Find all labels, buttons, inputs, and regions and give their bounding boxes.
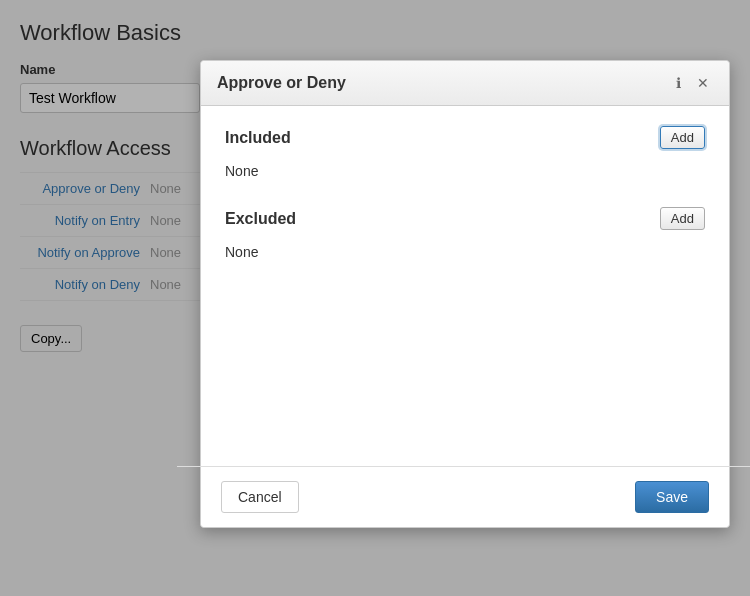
included-add-button[interactable]: Add — [660, 126, 705, 149]
included-section: Included Add None — [225, 126, 705, 183]
cancel-button[interactable]: Cancel — [221, 481, 299, 513]
excluded-section-value: None — [225, 240, 705, 264]
excluded-section: Excluded Add None — [225, 207, 705, 264]
modal-overlay: Approve or Deny ℹ ✕ Included Add None — [0, 0, 750, 596]
included-section-header: Included Add — [225, 126, 705, 149]
info-icon: ℹ — [676, 75, 681, 91]
excluded-section-header: Excluded Add — [225, 207, 705, 230]
included-section-value: None — [225, 159, 705, 183]
modal-title: Approve or Deny — [217, 74, 346, 92]
excluded-add-button[interactable]: Add — [660, 207, 705, 230]
save-button[interactable]: Save — [635, 481, 709, 513]
modal-header: Approve or Deny ℹ ✕ — [201, 61, 729, 106]
close-icon: ✕ — [697, 75, 709, 91]
excluded-section-title: Excluded — [225, 210, 296, 228]
modal-header-icons: ℹ ✕ — [672, 73, 713, 93]
modal-close-button[interactable]: ✕ — [693, 73, 713, 93]
approve-or-deny-modal: Approve or Deny ℹ ✕ Included Add None — [200, 60, 730, 528]
modal-body: Included Add None Excluded Add None — [201, 106, 729, 466]
modal-info-button[interactable]: ℹ — [672, 73, 685, 93]
modal-footer: Cancel Save — [201, 467, 729, 527]
included-section-title: Included — [225, 129, 291, 147]
